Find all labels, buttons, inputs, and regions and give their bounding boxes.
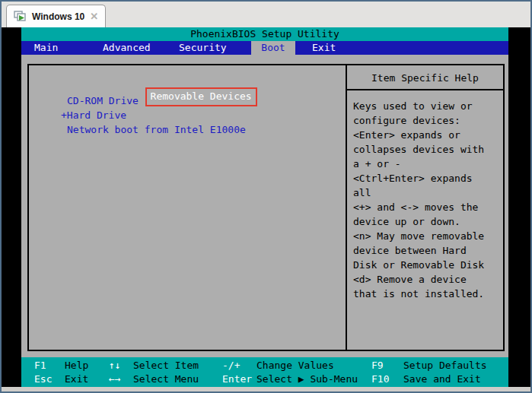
help-line: <d> Remove a device bbox=[353, 273, 500, 287]
highlight-box: Removable Devices bbox=[145, 87, 257, 106]
help-title: Item Specific Help bbox=[347, 65, 503, 90]
action-select-item: Select Item bbox=[133, 359, 222, 372]
help-line: that is not installed. bbox=[353, 287, 500, 302]
action-change-values: Change Values bbox=[256, 359, 371, 372]
help-line: collapses devices with bbox=[353, 143, 500, 157]
key-esc: Esc bbox=[34, 372, 65, 386]
vm-console[interactable]: PhoenixBIOS Setup Utility Main Advanced … bbox=[2, 27, 530, 387]
key-updown-icon: ↑↓ bbox=[109, 359, 133, 372]
window-bottom-edge bbox=[2, 387, 530, 391]
help-line: Keys used to view or bbox=[353, 100, 500, 114]
help-line: all bbox=[353, 186, 500, 201]
help-line: Disk or Removable Disk bbox=[353, 258, 500, 273]
help-line: a + or - bbox=[353, 157, 500, 172]
main-box: Removable Devices CD-ROM Drive +Hard Dri… bbox=[27, 64, 505, 351]
boot-item-removable-devices[interactable]: Removable Devices bbox=[67, 74, 346, 94]
action-select-menu: Select Menu bbox=[133, 372, 222, 386]
action-setup-defaults: Setup Defaults bbox=[403, 359, 508, 372]
help-line: configure devices: bbox=[353, 114, 500, 128]
tab-title: Windows 10 bbox=[32, 11, 84, 22]
action-save-exit: Save and Exit bbox=[403, 372, 508, 386]
key-hint-bar: F1 Help ↑↓ Select Item -/+ Change Values… bbox=[21, 357, 508, 387]
bios-screen: PhoenixBIOS Setup Utility Main Advanced … bbox=[21, 27, 508, 387]
help-line: <Ctrl+Enter> expands bbox=[353, 172, 500, 186]
close-icon[interactable]: ✕ bbox=[90, 11, 98, 21]
boot-item-network[interactable]: Network boot from Intel E1000e bbox=[67, 123, 346, 138]
key-enter: Enter bbox=[222, 372, 256, 386]
bios-menu-bar: Main Advanced Security Boot Exit bbox=[21, 41, 508, 55]
menu-tab-main[interactable]: Main bbox=[34, 41, 58, 55]
help-line: <+> and <-> moves the bbox=[353, 201, 500, 215]
vm-console-icon bbox=[14, 11, 27, 22]
key-minus-plus: -/+ bbox=[222, 359, 256, 372]
boot-item-hard-drive[interactable]: +Hard Drive bbox=[67, 109, 346, 123]
tab-bar: Windows 10 ✕ bbox=[2, 2, 530, 27]
bios-title: PhoenixBIOS Setup Utility bbox=[21, 27, 508, 41]
help-line: <Enter> expands or bbox=[353, 128, 500, 143]
menu-tab-security[interactable]: Security bbox=[179, 41, 227, 55]
vm-tab-windows-10[interactable]: Windows 10 ✕ bbox=[6, 5, 106, 27]
help-line: device up or down. bbox=[353, 215, 500, 230]
key-hint-row-2: Esc Exit ←→ Select Menu Enter Select ▶ S… bbox=[34, 372, 508, 386]
menu-tab-exit[interactable]: Exit bbox=[312, 41, 336, 55]
key-f10: F10 bbox=[371, 372, 403, 386]
help-text: Keys used to view or configure devices: … bbox=[347, 90, 503, 302]
help-line: device between Hard bbox=[353, 244, 500, 258]
bios-body: Removable Devices CD-ROM Drive +Hard Dri… bbox=[21, 55, 508, 357]
vm-window: Windows 10 ✕ PhoenixBIOS Setup Utility M… bbox=[0, 0, 532, 393]
menu-tab-boot[interactable]: Boot bbox=[251, 41, 295, 55]
boot-device-list: Removable Devices CD-ROM Drive +Hard Dri… bbox=[29, 65, 347, 350]
key-f9: F9 bbox=[371, 359, 403, 372]
key-hint-row-1: F1 Help ↑↓ Select Item -/+ Change Values… bbox=[34, 359, 508, 372]
action-help: Help bbox=[65, 359, 109, 372]
action-exit: Exit bbox=[65, 372, 109, 386]
action-select-submenu: Select ▶ Sub-Menu bbox=[256, 372, 371, 386]
menu-tab-advanced[interactable]: Advanced bbox=[103, 41, 151, 55]
help-pane: Item Specific Help Keys used to view or … bbox=[347, 65, 503, 350]
key-leftright-icon: ←→ bbox=[109, 372, 133, 386]
key-f1: F1 bbox=[34, 359, 65, 372]
help-line: <n> May move removable bbox=[353, 230, 500, 244]
